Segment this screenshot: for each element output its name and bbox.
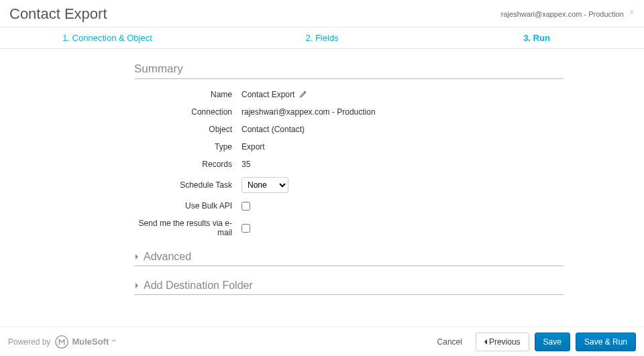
row-connection: Connection rajeshwari@xappex.com - Produ… [134, 107, 564, 117]
row-send-results: Send me the results via e-mail [134, 219, 564, 237]
save-and-run-button[interactable]: Save & Run [576, 333, 636, 351]
label-send-results: Send me the results via e-mail [134, 219, 241, 237]
label-schedule-task: Schedule Task [134, 180, 241, 190]
mulesoft-icon [54, 335, 69, 349]
previous-button[interactable]: Previous [476, 333, 529, 351]
previous-button-label: Previous [489, 337, 521, 347]
footer: Powered by MuleSoft™ Cancel Previous Sav… [0, 327, 644, 356]
value-name-text: Contact Export [241, 90, 294, 99]
tab-fields[interactable]: 2. Fields [215, 27, 429, 48]
row-use-bulk-api: Use Bulk API [134, 201, 564, 211]
powered-by: Powered by MuleSoft™ [8, 335, 116, 349]
value-connection: rajeshwari@xappex.com - Production [241, 107, 376, 117]
content-area: Summary Name Contact Export Connection r… [134, 49, 564, 295]
label-type: Type [134, 142, 241, 152]
caret-left-icon [484, 339, 487, 345]
value-name: Contact Export [241, 90, 307, 99]
row-records: Records 35 [134, 160, 564, 169]
section-add-destination[interactable]: Add Destination Folder [134, 276, 564, 295]
summary-heading: Summary [134, 62, 564, 79]
powered-by-text: Powered by [8, 337, 50, 347]
label-name: Name [134, 90, 241, 99]
tab-run[interactable]: 3. Run [429, 27, 644, 48]
close-icon[interactable]: × [629, 7, 635, 17]
row-type: Type Export [134, 142, 564, 152]
value-type: Export [241, 142, 265, 152]
page-title: Contact Export [9, 5, 107, 23]
modal-header: Contact Export rajeshwari@xappex.com - P… [0, 0, 644, 27]
save-button[interactable]: Save [535, 333, 570, 351]
header-connection-label: rajeshwari@xappex.com - Production [501, 10, 624, 18]
wizard-tabs: 1. Connection & Object 2. Fields 3. Run [0, 27, 644, 49]
label-records: Records [134, 160, 241, 169]
value-records: 35 [241, 160, 250, 169]
send-results-checkbox[interactable] [241, 224, 250, 233]
label-connection: Connection [134, 107, 241, 117]
row-name: Name Contact Export [134, 90, 564, 99]
schedule-task-select[interactable]: None [241, 177, 288, 193]
pencil-icon[interactable] [299, 91, 307, 99]
footer-actions: Cancel Previous Save Save & Run [429, 333, 636, 351]
label-object: Object [134, 125, 241, 134]
use-bulk-api-checkbox[interactable] [241, 202, 250, 211]
tab-connection-object[interactable]: 1. Connection & Object [0, 27, 215, 48]
header-connection: rajeshwari@xappex.com - Production × [501, 10, 635, 18]
value-object: Contact (Contact) [241, 125, 305, 134]
row-object: Object Contact (Contact) [134, 125, 564, 134]
section-advanced[interactable]: Advanced [134, 247, 564, 266]
cancel-button[interactable]: Cancel [429, 333, 470, 351]
chevron-right-icon [134, 283, 140, 288]
trademark-icon: ™ [111, 339, 116, 344]
label-use-bulk-api: Use Bulk API [134, 201, 241, 211]
row-schedule-task: Schedule Task None [134, 177, 564, 193]
mulesoft-brand: MuleSoft [72, 337, 109, 347]
section-add-destination-label: Add Destination Folder [144, 280, 253, 292]
section-advanced-label: Advanced [144, 251, 191, 263]
chevron-right-icon [134, 254, 140, 259]
mulesoft-logo: MuleSoft™ [54, 335, 116, 349]
